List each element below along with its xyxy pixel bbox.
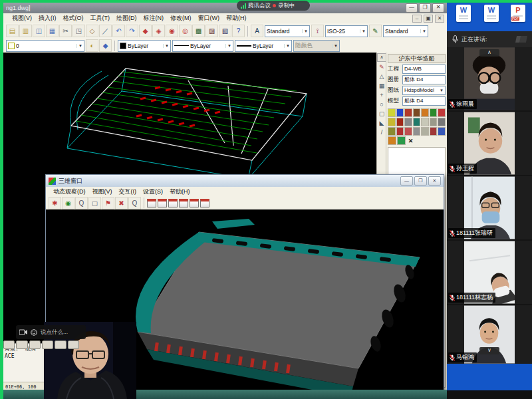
toolbar-icon[interactable]: ⚑ — [102, 197, 114, 209]
participant-tile[interactable]: 181111张瑞研 — [447, 176, 532, 239]
palette-icon[interactable] — [438, 108, 446, 117]
toolbar-icon[interactable]: ▧ — [219, 25, 231, 37]
chat-placeholder[interactable]: 说点什么... — [41, 329, 68, 336]
toolbar-icon[interactable]: ◈ — [152, 25, 165, 37]
menu-item[interactable]: 修改(M) — [167, 13, 195, 23]
side-tool-icon[interactable]: ✎ — [379, 64, 384, 70]
close-button[interactable]: ✕ — [432, 3, 444, 13]
quick-reply-chip[interactable] — [29, 340, 41, 349]
menu-item[interactable]: 动态观察(D) — [50, 187, 89, 197]
palette-icon[interactable] — [413, 127, 421, 136]
menu-item[interactable]: 格式(O) — [60, 13, 87, 23]
toolbar-icon[interactable]: ▤ — [6, 25, 19, 37]
word-file-icon[interactable]: W — [456, 5, 471, 22]
toolbar-icon[interactable]: ▨ — [205, 25, 218, 37]
drawing-combo[interactable]: HdspdModel▼ — [402, 86, 446, 95]
collapse-up-button[interactable]: ∧ — [479, 49, 499, 57]
side-tool-icon[interactable]: ▢ — [379, 110, 385, 117]
toolbar-icon[interactable]: ◆ — [99, 39, 112, 52]
menu-item[interactable]: 窗口(W) — [195, 13, 223, 23]
meeting-share-banner[interactable]: 腾讯会议 录制中 — [237, 1, 310, 11]
toolbar-icon[interactable]: ／ — [99, 25, 112, 37]
side-tool-icon[interactable]: / — [381, 129, 383, 136]
palette-icon[interactable] — [396, 108, 404, 117]
minimize-button[interactable]: — — [400, 176, 413, 186]
atlas-field[interactable]: 船体 D4 — [402, 75, 446, 84]
menu-item[interactable]: 交互(I) — [116, 187, 140, 197]
participant-tile[interactable]: ∨ 马锦鸿 — [447, 305, 532, 364]
menu-item[interactable]: 插入(I) — [35, 13, 60, 23]
palette-icon[interactable] — [404, 118, 412, 126]
quick-reply-chip[interactable] — [68, 340, 79, 349]
emoji-icon[interactable] — [31, 329, 37, 336]
palette-icon[interactable] — [438, 127, 446, 136]
view-cube-icon[interactable] — [179, 199, 188, 207]
toolbar-icon[interactable]: ▦ — [46, 25, 59, 37]
menu-item[interactable]: 视图(V) — [89, 187, 116, 197]
toolbar-icon[interactable]: ↷ — [126, 25, 138, 37]
layer-combo[interactable]: 0▼ — [6, 40, 84, 52]
table-style-combo[interactable]: Standard▼ — [383, 25, 428, 37]
view-cube-icon[interactable] — [190, 199, 199, 207]
view-cube-icon[interactable] — [147, 199, 156, 207]
palette-icon[interactable] — [430, 127, 438, 136]
toolbar-icon[interactable]: ▩ — [192, 25, 205, 37]
menu-item[interactable]: 视图(V) — [9, 13, 35, 23]
view-cube-icon[interactable] — [200, 199, 209, 207]
menu-item[interactable]: 帮助(H) — [223, 13, 250, 23]
pdf-file-icon[interactable]: P PDF — [511, 5, 525, 22]
viewer3d-titlebar[interactable]: 三维窗口 — ❒ ✕ — [46, 175, 444, 188]
project-field[interactable]: D4-WB — [402, 65, 446, 74]
toolbar-icon[interactable]: ? — [232, 25, 245, 37]
toolbar-icon[interactable]: ◉ — [166, 25, 178, 37]
menu-item[interactable]: 绘图(D) — [113, 13, 140, 23]
side-tool-icon[interactable]: + — [380, 92, 383, 98]
menu-item[interactable]: 标注(N) — [140, 13, 168, 23]
participant-tile[interactable]: ∧ 徐雨晨 — [447, 47, 532, 110]
meeting-chat-bar[interactable]: 说点什么... — [16, 325, 86, 339]
toolbar-icon[interactable]: ◎ — [179, 25, 192, 37]
palette-icon[interactable] — [388, 108, 396, 117]
toolbar-icon[interactable]: ◆ — [139, 25, 152, 37]
palette-icon[interactable] — [397, 136, 406, 145]
quick-reply-chip[interactable] — [42, 340, 53, 349]
toolbar-icon[interactable]: ◇ — [86, 25, 98, 37]
palette-icon[interactable] — [421, 127, 429, 136]
side-tool-icon[interactable]: ◣ — [380, 120, 384, 126]
toolbar-icon[interactable]: Q — [128, 197, 141, 209]
camera-icon[interactable] — [19, 329, 27, 335]
palette-icon[interactable] — [388, 118, 396, 126]
palette-icon[interactable] — [413, 108, 421, 117]
close-button[interactable]: ✕ — [428, 176, 441, 186]
side-tool-icon[interactable]: △ — [380, 73, 384, 80]
toolbar-icon[interactable]: Q — [75, 197, 88, 209]
quick-reply-chip[interactable] — [3, 340, 15, 349]
participant-tile[interactable]: 181111林志杨 — [447, 241, 532, 304]
minimize-button[interactable]: — — [406, 3, 418, 13]
dim-style-combo[interactable]: ISO-25▼ — [325, 25, 368, 37]
toolbar-icon[interactable]: ▢ — [88, 197, 101, 209]
text-style-combo[interactable]: Standard▼ — [265, 25, 310, 37]
toolbar-icon[interactable]: ◐ — [86, 39, 98, 52]
toolbar-icon[interactable]: ✱ — [49, 197, 61, 209]
side-tool-icon[interactable]: ○ — [380, 101, 383, 108]
palette-icon[interactable]: ✕ — [406, 136, 415, 145]
toolbar-icon[interactable]: ✂ — [59, 25, 72, 37]
toolbar-icon[interactable]: ◉ — [62, 197, 74, 209]
palette-icon[interactable] — [404, 127, 412, 136]
palette-icon[interactable] — [430, 108, 438, 117]
toolbar-icon[interactable]: ◫ — [33, 25, 45, 37]
participant-tile[interactable]: 孙王程 — [447, 112, 532, 175]
scroll-up-icon[interactable]: ∧ — [377, 53, 386, 62]
toolbar-icon[interactable]: ✖ — [115, 197, 128, 209]
menu-item[interactable]: 设置(S) — [140, 187, 166, 197]
palette-icon[interactable] — [388, 136, 396, 145]
doc-restore-button[interactable]: ▣ — [424, 15, 433, 23]
palette-icon[interactable] — [404, 108, 412, 117]
word-file-icon[interactable]: W — [484, 5, 499, 22]
doc-minimize-button[interactable]: – — [412, 15, 422, 23]
view-cube-icon[interactable] — [168, 199, 178, 207]
palette-icon[interactable] — [396, 127, 404, 136]
palette-icon[interactable] — [438, 118, 446, 126]
menu-item[interactable]: 工具(T) — [87, 13, 114, 23]
